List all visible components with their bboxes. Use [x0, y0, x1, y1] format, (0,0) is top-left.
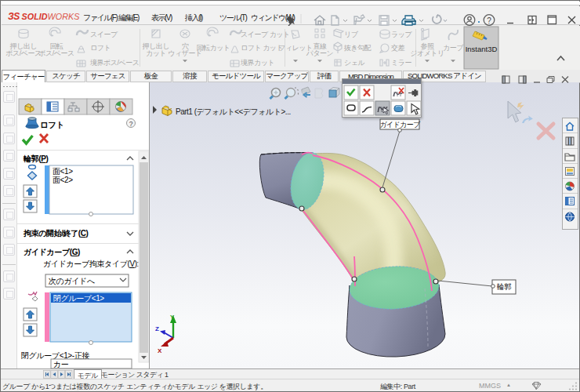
svg-text:閉グループ<1>: 閉グループ<1>	[53, 294, 104, 303]
svg-text:面<2>: 面<2>	[53, 176, 73, 184]
svg-text:次のガイドへ: 次のガイドへ	[49, 277, 95, 285]
svg-text:抜き勾配: 抜き勾配	[343, 44, 372, 52]
svg-text:?: ?	[487, 16, 491, 25]
svg-text:面<1>: 面<1>	[53, 167, 73, 176]
svg-text:閉グループ<1>-正接: 閉グループ<1>-正接	[21, 351, 89, 360]
svg-text:ロフト: ロフト	[40, 120, 64, 129]
svg-text:回転カット: 回転カット	[196, 44, 230, 52]
svg-text:Instant3D: Instant3D	[466, 45, 498, 53]
svg-text:X: X	[158, 347, 162, 354]
svg-text:輪郭(P): 輪郭(P)	[23, 154, 48, 163]
svg-text:パターン: パターン	[306, 49, 334, 57]
svg-text:?: ?	[129, 120, 133, 128]
svg-text:スイープ カット: スイープ カット	[241, 31, 290, 38]
svg-text:Z: Z	[155, 325, 159, 332]
svg-text:カーブ: カーブ	[443, 44, 464, 52]
svg-text:ロフト カット: ロフト カット	[241, 44, 283, 52]
svg-text:交差: 交差	[391, 44, 405, 52]
svg-text:ボス/ベース: ボス/ベース	[38, 49, 74, 57]
svg-text:拘束の開始/終了(C): 拘束の開始/終了(C)	[23, 229, 89, 238]
svg-text:リブ: リブ	[344, 31, 359, 38]
svg-text:ロフト: ロフト	[90, 44, 111, 52]
svg-text:ジオメトリ: ジオメトリ	[410, 49, 444, 57]
svg-text:Part1 (デフォルト<<デフォルト>...: Part1 (デフォルト<<デフォルト>...	[176, 107, 291, 116]
svg-text:カー: カー	[53, 360, 69, 368]
svg-text:ミラー: ミラー	[391, 59, 411, 67]
svg-text:ガイドカーブ拘束タイプ(V):: ガイドカーブ拘束タイプ(V):	[43, 260, 139, 268]
svg-text:シェル: シェル	[344, 59, 364, 67]
svg-text:Y: Y	[170, 314, 175, 321]
svg-text:輪郭: 輪郭	[497, 282, 511, 291]
svg-text:境界カット: 境界カット	[240, 59, 274, 67]
svg-text:スイープ: スイープ	[90, 31, 118, 38]
svg-text:ガイドカーブ: ガイドカーブ	[379, 121, 421, 129]
svg-text:カット: カット	[146, 49, 166, 57]
svg-text:ラップ: ラップ	[391, 31, 412, 38]
svg-text:ガイドカーブ(G): ガイドカーブ(G)	[24, 248, 80, 256]
svg-text:ボス/ベース: ボス/ベース	[5, 49, 41, 57]
svg-text:境界ボス/ベース: 境界ボス/ベース	[89, 59, 139, 67]
